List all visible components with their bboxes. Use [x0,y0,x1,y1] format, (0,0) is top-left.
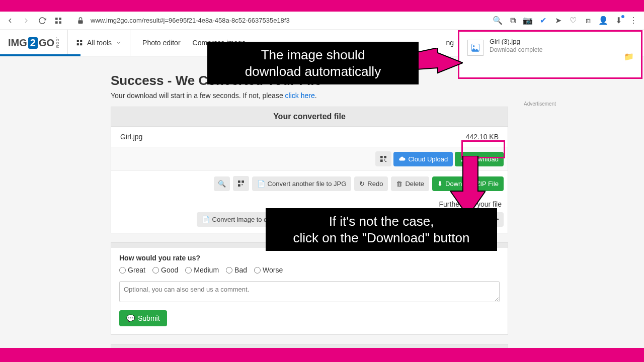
svg-rect-6 [80,40,82,42]
svg-point-19 [473,45,474,47]
svg-rect-10 [384,156,387,158]
svg-rect-11 [380,159,383,162]
radio-good[interactable]: Good [152,266,178,274]
subtitle-pre: Your download will start in a few second… [111,92,285,100]
radio-great[interactable]: Great [119,266,145,274]
svg-rect-8 [80,43,82,45]
file-size: 442.10 KB [466,133,499,141]
page-content: Success - We Converted Your File Your do… [0,56,644,348]
convert-another-button[interactable]: 📄 Convert another file to JPG [252,176,352,191]
svg-rect-3 [59,21,61,24]
chevron-down-icon [116,40,122,46]
rating-panel: How would you rate us? Great Good Medium… [111,242,508,335]
callout-manual-download: If it's not the case, click on the "Down… [266,208,497,251]
apps-icon[interactable] [53,16,63,26]
svg-marker-21 [450,156,486,216]
avatar-icon[interactable]: 👤 [599,16,608,25]
svg-rect-12 [384,159,385,160]
svg-rect-0 [55,18,58,20]
callout-auto-download: The image should download automatically [207,42,419,84]
browser-toolbar: www.img2go.com/result#j=96e95f21-4e8a-45… [0,12,644,30]
crop-icon[interactable]: ⧉ [508,16,517,25]
browser-right-icons: 🔍 ⧉ 📷 ✔ ➤ ♡ ⧈ 👤 ⬇ ⋮ [493,16,638,25]
poll-panel: What do you want to see in Img2Go next y… [111,344,508,348]
delete-button[interactable]: 🗑 Delete [391,176,429,191]
rating-question: How would you rate us? [119,254,500,262]
download-notification: Girl (3).jpg Download complete 📁 [458,30,642,79]
svg-rect-5 [77,40,79,42]
radio-bad[interactable]: Bad [226,266,247,274]
svg-rect-2 [55,21,58,24]
shield-check-icon[interactable]: ✔ [538,16,547,25]
svg-rect-7 [77,43,79,45]
file-name: Girl.jpg [120,133,142,141]
search-icon[interactable]: 🔍 [493,16,502,25]
download-thumb [467,40,484,56]
nav-photo-editor[interactable]: Photo editor [142,39,181,47]
svg-rect-15 [242,180,244,183]
menu-icon[interactable]: ⋮ [629,16,638,25]
qr-button-2[interactable] [233,176,249,191]
bottom-pink-bar [0,348,644,362]
top-pink-bar [0,0,644,12]
file-row: Girl.jpg 442.10 KB [111,127,508,147]
heart-icon[interactable]: ♡ [569,16,578,25]
camera-icon[interactable]: 📷 [523,16,532,25]
primary-action-row: Cloud Upload Download [111,147,508,171]
click-here-link[interactable]: click here [285,92,315,100]
radio-medium[interactable]: Medium [185,266,219,274]
tool-row: 🔍 📄 Convert another file to JPG ↻ Redo 🗑… [111,171,508,196]
comment-textarea[interactable] [119,281,500,302]
download-filename: Girl (3).jpg [490,38,542,45]
cloud-upload-button[interactable]: Cloud Upload [393,152,453,166]
download-indicator-icon[interactable]: ⬇ [614,16,623,25]
svg-rect-1 [59,18,61,20]
back-icon[interactable] [5,16,15,26]
page-subtitle: Your download will start in a few second… [111,92,508,100]
radio-worse[interactable]: Worse [254,266,283,274]
subtitle-post: . [315,92,317,100]
further-edit-label: Further edit your file [111,196,508,209]
arrow-to-download-button [450,156,486,216]
reload-icon[interactable] [37,16,47,26]
qr-button[interactable] [375,151,391,166]
poll-question: What do you want to see in Img2Go next y… [111,344,508,348]
converted-file-header: Your converted file [111,107,508,127]
grid-icon [76,39,83,46]
forward-icon[interactable] [21,16,31,26]
svg-rect-14 [238,180,240,183]
download-status: Download complete [490,46,542,53]
svg-rect-16 [238,184,240,187]
redo-button[interactable]: ↻ Redo [354,176,388,191]
logo[interactable]: IMG2GO.COM [0,37,67,49]
submit-button[interactable]: 💬 Submit [119,310,167,326]
nav-item-ng[interactable]: ng [446,39,454,47]
folder-icon[interactable]: 📁 [624,52,634,61]
svg-rect-13 [385,161,386,162]
lock-icon [75,16,86,26]
advertisement-label: Advertisement [524,101,556,107]
cube-icon[interactable]: ⧈ [584,16,593,25]
svg-rect-4 [78,20,83,24]
url-text[interactable]: www.img2go.com/result#j=96e95f21-4e8a-45… [91,17,290,24]
svg-rect-17 [242,184,243,185]
search-button[interactable]: 🔍 [214,176,230,191]
send-icon[interactable]: ➤ [553,16,562,25]
all-tools-dropdown[interactable]: All tools [67,30,130,56]
rating-radios: Great Good Medium Bad Worse [119,266,500,274]
all-tools-label: All tools [87,39,112,47]
svg-rect-9 [380,156,383,158]
